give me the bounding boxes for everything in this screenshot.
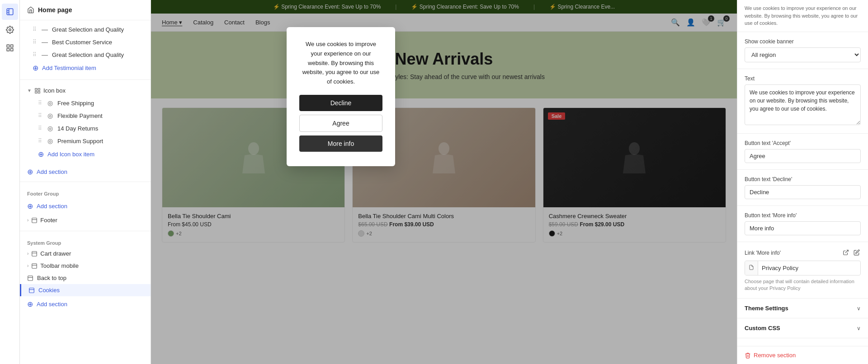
agree-button[interactable]: Agree bbox=[299, 115, 382, 132]
add-icon-box-item[interactable]: ⊕ Add Icon box item bbox=[20, 147, 151, 161]
privacy-policy-input[interactable] bbox=[758, 261, 860, 275]
main-area: ⚡ Spring Clearance Event: Save Up to 70%… bbox=[151, 0, 737, 364]
circle-icon: ◎ bbox=[47, 99, 54, 107]
svg-rect-17 bbox=[32, 263, 37, 268]
drag-icon: ⠿ bbox=[33, 51, 37, 58]
cart-drawer-row[interactable]: › Cart drawer bbox=[20, 247, 151, 260]
toolbar-mobile-row[interactable]: › Toolbar mobile bbox=[20, 260, 151, 272]
cookies-row[interactable]: Cookies bbox=[20, 284, 151, 296]
system-group-section: System Group › Cart drawer › Toolbar mob… bbox=[20, 233, 151, 315]
btn-accept-label: Button text 'Accept' bbox=[745, 140, 861, 146]
item-label: Great Selection and Quality bbox=[52, 26, 143, 33]
btn-accept-section: Button text 'Accept' bbox=[737, 134, 868, 170]
icon-box-item-flexible-payment[interactable]: ⠿ ◎ Flexible Payment bbox=[20, 109, 151, 122]
add-section-label: Add section bbox=[37, 168, 67, 175]
item-icon: — bbox=[41, 38, 48, 46]
add-icon-box-label: Add Icon box item bbox=[47, 151, 94, 158]
text-label: Text bbox=[745, 75, 861, 82]
layout-icon bbox=[31, 217, 38, 224]
theme-settings-title: Theme Settings bbox=[745, 305, 788, 312]
sidebar-nav-icons bbox=[0, 0, 20, 364]
link-field-row: Link 'More info' bbox=[745, 248, 861, 258]
icon-box-item-14-day-returns[interactable]: ⠿ ◎ 14 Day Returns bbox=[20, 122, 151, 135]
svg-rect-7 bbox=[10, 49, 13, 51]
right-panel-top-text: We use cookies to improve your experienc… bbox=[737, 0, 868, 32]
btn-decline-label: Button text 'Decline' bbox=[745, 176, 861, 182]
region-select[interactable]: All region bbox=[745, 47, 861, 62]
plus-icon: ⊕ bbox=[27, 202, 33, 210]
top-description: We use cookies to improve your experienc… bbox=[745, 5, 858, 26]
icon-box-group-row[interactable]: ▼ Icon box bbox=[20, 84, 151, 97]
icon-box-label: Icon box bbox=[43, 87, 66, 94]
link-input-row bbox=[745, 261, 861, 275]
icon-box-item-premium-support[interactable]: ⠿ ◎ Premium Support bbox=[20, 135, 151, 147]
chevron-down-icon: ∨ bbox=[857, 325, 861, 331]
custom-css-header[interactable]: Custom CSS ∨ bbox=[737, 318, 868, 338]
svg-rect-15 bbox=[32, 251, 37, 256]
cookie-modal-text: We use cookies to improve your experienc… bbox=[299, 40, 382, 87]
layout-icon bbox=[31, 251, 38, 257]
item-label: Premium Support bbox=[57, 138, 143, 145]
drag-icon: ⠿ bbox=[38, 138, 42, 144]
plus-icon: ⊕ bbox=[27, 168, 33, 176]
svg-rect-21 bbox=[29, 288, 34, 293]
item-icon: — bbox=[41, 26, 48, 33]
theme-settings-header[interactable]: Theme Settings ∨ bbox=[737, 299, 868, 318]
cookie-modal: We use cookies to improve your experienc… bbox=[287, 27, 395, 166]
system-group-label: System Group bbox=[20, 236, 151, 247]
chevron-right-icon: › bbox=[27, 251, 28, 256]
external-link-button[interactable] bbox=[842, 248, 850, 258]
footer-add-section-button[interactable]: ⊕ Add section bbox=[20, 198, 151, 214]
svg-rect-13 bbox=[32, 218, 37, 223]
add-system-section-button[interactable]: ⊕ Add section bbox=[20, 296, 151, 312]
toolbar-mobile-label: Toolbar mobile bbox=[40, 262, 79, 269]
more-info-button[interactable]: More info bbox=[299, 135, 382, 152]
divider bbox=[20, 79, 151, 80]
edit-link-button[interactable] bbox=[853, 248, 861, 258]
svg-rect-5 bbox=[7, 45, 9, 47]
chevron-down-icon: ▼ bbox=[27, 88, 32, 93]
item-label: Flexible Payment bbox=[57, 112, 143, 119]
svg-rect-0 bbox=[7, 9, 13, 15]
remove-section-button[interactable]: Remove section bbox=[737, 346, 868, 364]
add-testimonial-label: Add Testimonial item bbox=[42, 65, 96, 71]
circle-icon: ◎ bbox=[47, 137, 54, 145]
text-section: Text We use cookies to improve your expe… bbox=[737, 69, 868, 134]
btn-more-input[interactable] bbox=[745, 221, 861, 235]
footer-row[interactable]: › Footer bbox=[20, 214, 151, 226]
link-hint-text: Choose page that will contain detailed i… bbox=[745, 278, 861, 292]
add-testimonial-item[interactable]: ⊕ Add Testimonial item bbox=[20, 61, 151, 75]
apps-nav-button[interactable] bbox=[2, 40, 18, 56]
drag-icon: ⠿ bbox=[38, 112, 42, 119]
custom-css-title: Custom CSS bbox=[745, 325, 780, 331]
testimonial-item-1[interactable]: ⠿ — Great Selection and Quality bbox=[20, 23, 151, 36]
layout-icon bbox=[27, 275, 33, 281]
drag-icon: ⠿ bbox=[38, 125, 42, 131]
back-to-top-label: Back to top bbox=[37, 275, 66, 281]
settings-nav-button[interactable] bbox=[2, 22, 18, 38]
testimonial-item-3[interactable]: ⠿ — Great Selection and Quality bbox=[20, 48, 151, 61]
footer-add-section-label: Add section bbox=[37, 203, 67, 210]
back-to-top-row[interactable]: Back to top bbox=[20, 272, 151, 284]
pages-nav-button[interactable] bbox=[2, 4, 18, 20]
svg-rect-8 bbox=[7, 49, 9, 51]
btn-accept-input[interactable] bbox=[745, 149, 861, 163]
footer-group-section: Footer Group ⊕ Add section › Footer bbox=[20, 184, 151, 229]
home-icon bbox=[27, 6, 34, 14]
right-panel: We use cookies to improve your experienc… bbox=[737, 0, 868, 364]
svg-line-26 bbox=[845, 250, 848, 252]
sidebar-title: Home page bbox=[38, 6, 72, 14]
add-section-button[interactable]: ⊕ Add section bbox=[20, 164, 151, 180]
text-textarea[interactable]: We use cookies to improve your experienc… bbox=[745, 84, 861, 125]
divider bbox=[20, 182, 151, 182]
btn-decline-input[interactable] bbox=[745, 185, 861, 199]
decline-button[interactable]: Decline bbox=[299, 95, 382, 111]
icon-box-item-free-shipping[interactable]: ⠿ ◎ Free Shipping bbox=[20, 97, 151, 109]
svg-rect-19 bbox=[28, 275, 33, 280]
drag-icon: ⠿ bbox=[33, 39, 37, 45]
footer-group-label: Footer Group bbox=[20, 187, 151, 198]
drag-icon: ⠿ bbox=[38, 100, 42, 106]
testimonial-item-2[interactable]: ⠿ — Best Customer Service bbox=[20, 36, 151, 48]
svg-rect-12 bbox=[35, 91, 37, 93]
link-icons bbox=[842, 248, 861, 258]
